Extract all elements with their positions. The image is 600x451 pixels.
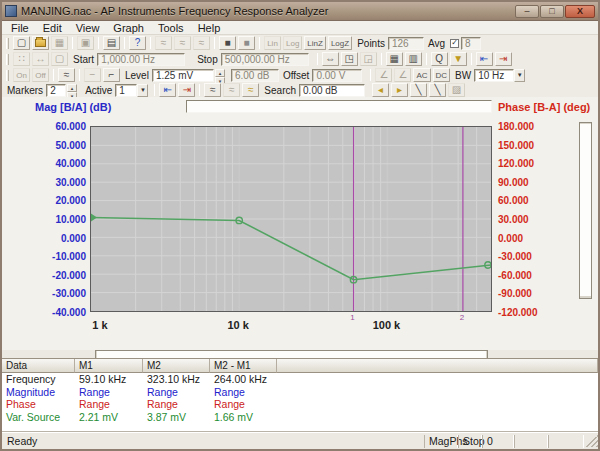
source-wave-button[interactable]: ≈ — [58, 68, 75, 82]
minimize-button[interactable]: – — [515, 5, 539, 18]
bode-plot[interactable] — [90, 126, 492, 312]
table-cell: Range — [210, 386, 277, 398]
table-row[interactable]: Frequency59.10 kHz323.10 kHz264.00 kHz — [2, 373, 598, 386]
search-right-button[interactable]: ▸ — [391, 83, 408, 97]
toolbar-grip[interactable] — [6, 54, 9, 65]
slope-search-button[interactable]: ≈ — [242, 83, 259, 97]
copy-button[interactable]: ▣ — [77, 36, 94, 50]
slope-pos-button[interactable]: ╲ — [429, 83, 446, 97]
graph-mag-button[interactable]: ≈ — [155, 36, 172, 50]
table-cell: 59.10 kHz — [75, 373, 143, 385]
table-header-M1[interactable]: M1 — [75, 359, 143, 373]
vertical-scrollbar[interactable] — [579, 122, 592, 299]
level-spinner[interactable]: ▴▾ — [215, 69, 225, 82]
zoom-tool-button[interactable]: Q — [431, 52, 448, 66]
menu-tools[interactable]: Tools — [151, 22, 191, 34]
marker-first-button[interactable]: ⇤ — [159, 83, 176, 97]
active-label: Active — [85, 85, 112, 96]
table-header-M2 - M1[interactable]: M2 - M1 — [210, 359, 277, 373]
lin-button[interactable]: Lin — [264, 36, 281, 50]
open-button[interactable] — [32, 36, 49, 50]
cursor-tool-icon: ▼ — [453, 54, 463, 64]
grid-button[interactable]: ▦ — [386, 52, 403, 66]
graph-phase-button[interactable]: ≈ — [174, 36, 191, 50]
stop-frequency-field[interactable]: 500,000.00 Hz — [221, 53, 309, 66]
print-button[interactable]: ▤ — [103, 36, 120, 50]
menu-view[interactable]: View — [69, 22, 107, 34]
menu-edit[interactable]: Edit — [36, 22, 69, 34]
marker-to-end-button[interactable]: ⇥ — [495, 52, 512, 66]
table-header-M2[interactable]: M2 — [143, 359, 210, 373]
log-button[interactable]: Log — [283, 36, 302, 50]
avg-checkbox[interactable]: ✓ — [450, 39, 459, 48]
ramp-down-button[interactable]: ∠ — [394, 68, 411, 82]
menu-graph[interactable]: Graph — [106, 22, 151, 34]
slope-off-button[interactable]: ▨ — [448, 83, 465, 97]
slope-neg-button[interactable]: ╲ — [410, 83, 427, 97]
mag-tick-label: 0.000 — [38, 233, 86, 244]
level-minus-button[interactable]: − — [84, 68, 101, 82]
new-button[interactable]: ▢ — [13, 36, 30, 50]
slope-off-icon: ▨ — [452, 85, 461, 95]
marker-last-button[interactable]: ⇥ — [178, 83, 195, 97]
toolbar-grip[interactable] — [6, 70, 9, 81]
bw-select[interactable]: 10 Hz — [474, 69, 514, 82]
save-button[interactable]: ▦ — [51, 36, 68, 50]
status-message: Ready — [2, 435, 424, 447]
source-on-button[interactable]: On — [13, 68, 30, 82]
active-marker-select[interactable]: 1 — [115, 84, 137, 97]
source-off-button[interactable]: Off — [32, 68, 49, 82]
search-field[interactable]: 0.00 dB — [299, 84, 365, 97]
points-field[interactable]: 126 — [388, 37, 424, 50]
graph-title-box[interactable] — [186, 100, 492, 113]
peak-search-button[interactable]: ≈ — [204, 83, 221, 97]
offset-field[interactable]: 0.00 V — [312, 69, 362, 82]
close-button[interactable]: X — [565, 5, 595, 18]
graph-both-button[interactable]: ≈ — [193, 36, 210, 50]
avg-field[interactable]: 8 — [461, 37, 481, 50]
data-sheet-button[interactable]: ▢ — [51, 52, 68, 66]
zoom-in-button[interactable]: ◳ — [341, 52, 358, 66]
active-dropdown-button[interactable]: ▼ — [137, 84, 148, 97]
help-button[interactable]: ? — [129, 36, 146, 50]
table-cell: Range — [75, 386, 143, 398]
full-span-button[interactable]: ⇔ — [322, 52, 339, 66]
level-step-button[interactable]: ⌐ — [103, 68, 120, 82]
spin-up-icon: ▴ — [67, 84, 77, 92]
table-row[interactable]: PhaseRangeRangeRange — [2, 398, 598, 411]
level-field[interactable]: 1.25 mV — [152, 69, 214, 82]
valley-search-button[interactable]: ≈ — [223, 83, 240, 97]
row-label: Var. Source — [2, 411, 75, 423]
markers-spinner[interactable]: ▴▾ — [67, 84, 77, 97]
maximize-button[interactable]: □ — [540, 5, 564, 18]
display-light-button[interactable]: ■ — [238, 36, 255, 50]
resize-grip[interactable] — [586, 435, 598, 447]
ramp-up-icon: ∠ — [379, 70, 388, 80]
zoom-out-button[interactable]: ◲ — [360, 52, 377, 66]
menu-file[interactable]: File — [4, 22, 36, 34]
legend-button[interactable]: ▥ — [405, 52, 422, 66]
repeat-sweep-button[interactable]: ∷ — [13, 52, 30, 66]
logz-button[interactable]: LogZ — [328, 36, 352, 50]
markers-count-field[interactable]: 2 — [46, 84, 66, 97]
table-header-blank[interactable] — [277, 359, 598, 373]
menu-help[interactable]: Help — [191, 22, 228, 34]
toolbar-grip[interactable] — [6, 38, 9, 49]
table-row[interactable]: Var. Source2.21 mV3.87 mV1.66 mV — [2, 411, 598, 424]
table-header-Data[interactable]: Data — [2, 359, 75, 373]
single-sweep-button[interactable]: ↔ — [32, 52, 49, 66]
bw-dropdown-button[interactable]: ▼ — [514, 69, 525, 82]
level-db-field[interactable]: 6.00 dB — [231, 69, 279, 82]
title-bar[interactable]: MANJING.nac - AP Instruments Frequency R… — [2, 2, 598, 21]
display-dark-button[interactable]: ■ — [219, 36, 236, 50]
table-row[interactable]: MagnitudeRangeRangeRange — [2, 386, 598, 399]
dc-coupling-button[interactable]: DC — [433, 68, 451, 82]
linz-button[interactable]: LinZ — [304, 36, 326, 50]
ac-coupling-button[interactable]: AC — [413, 68, 430, 82]
cursor-tool-button[interactable]: ▼ — [450, 52, 467, 66]
marker-to-start-button[interactable]: ⇤ — [476, 52, 493, 66]
search-left-button[interactable]: ◂ — [372, 83, 389, 97]
ramp-up-button[interactable]: ∠ — [375, 68, 392, 82]
marker-to-start-icon: ⇤ — [480, 54, 488, 64]
start-frequency-field[interactable]: 1,000.00 Hz — [97, 53, 185, 66]
